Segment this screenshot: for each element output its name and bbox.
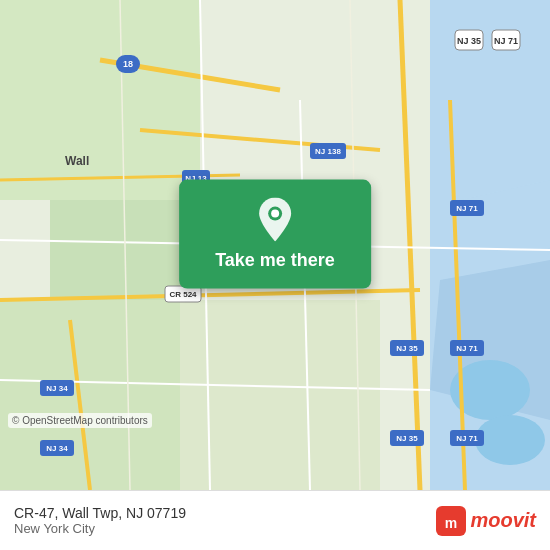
moovit-logo-text: moovit: [470, 509, 536, 532]
osm-credit-text: © OpenStreetMap contributors: [12, 415, 148, 426]
svg-text:NJ 35: NJ 35: [396, 434, 418, 443]
take-me-there-button[interactable]: Take me there: [179, 180, 371, 289]
svg-text:NJ 35: NJ 35: [457, 36, 481, 46]
svg-text:NJ 71: NJ 71: [456, 434, 478, 443]
location-info: CR-47, Wall Twp, NJ 07719 New York City: [14, 505, 186, 536]
svg-text:18: 18: [123, 59, 133, 69]
svg-text:Wall: Wall: [65, 154, 89, 168]
svg-text:NJ 138: NJ 138: [315, 147, 341, 156]
svg-text:NJ 35: NJ 35: [396, 344, 418, 353]
bottom-bar: CR-47, Wall Twp, NJ 07719 New York City …: [0, 490, 550, 550]
svg-text:NJ 71: NJ 71: [456, 204, 478, 213]
svg-point-51: [271, 210, 279, 218]
button-overlay: Take me there: [179, 180, 371, 289]
svg-point-5: [475, 415, 545, 465]
svg-text:NJ 34: NJ 34: [46, 444, 68, 453]
location-city: New York City: [14, 521, 186, 536]
map-container: NJ 71 NJ 35 18 NJ 138 NJ 13 CR 524 NJ 35…: [0, 0, 550, 490]
svg-rect-8: [0, 300, 180, 490]
location-pin-icon: [257, 198, 293, 242]
moovit-logo: m moovit: [436, 506, 536, 536]
osm-credit: © OpenStreetMap contributors: [8, 413, 152, 428]
svg-text:CR 524: CR 524: [169, 290, 197, 299]
button-label: Take me there: [215, 250, 335, 271]
svg-text:NJ 34: NJ 34: [46, 384, 68, 393]
location-text: CR-47, Wall Twp, NJ 07719: [14, 505, 186, 521]
svg-text:NJ 71: NJ 71: [494, 36, 518, 46]
svg-text:NJ 71: NJ 71: [456, 344, 478, 353]
moovit-logo-icon: m: [436, 506, 466, 536]
svg-rect-6: [0, 0, 200, 200]
svg-text:m: m: [445, 515, 457, 531]
